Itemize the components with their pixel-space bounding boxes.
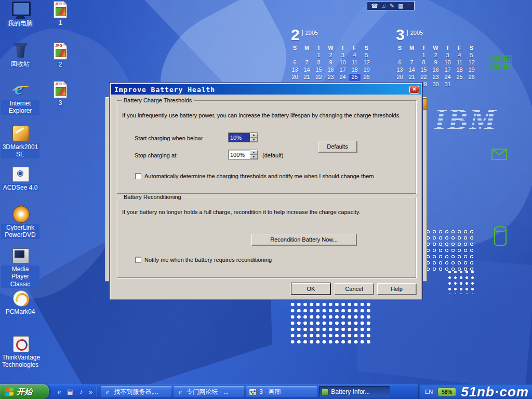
calendar-date: 10 [442, 59, 454, 66]
thinkvantage-icon [10, 335, 30, 353]
defaults-button[interactable]: Defaults [318, 141, 357, 152]
stop-charging-spinner[interactable]: 100% [228, 150, 258, 159]
desktop-icon-label: 3DMark2001 SE [1, 143, 39, 158]
jpg-file-label: 2 [58, 61, 63, 68]
jpg-badge: JPG [55, 2, 62, 6]
calendar-month-number: 3 [396, 27, 405, 43]
calendar-date: 16 [430, 66, 442, 74]
taskbar-button[interactable]: e专门网论坛 - ... [174, 386, 245, 397]
pen-icon[interactable]: ✎ [390, 2, 394, 10]
system-tray: EN 58% 51nb·com [418, 384, 532, 399]
recondition-battery-button[interactable]: Recondition Battery Now... [251, 234, 356, 245]
calendar-date: 6 [289, 59, 301, 66]
taskbar-button-label: 找不到服务器,... [114, 388, 158, 396]
desktop-icon-pcmark[interactable]: PCMark04 [1, 289, 39, 315]
calendar-date: 25 [454, 74, 466, 81]
calendar-date: 2 [325, 52, 337, 59]
3dmark-icon [10, 125, 30, 142]
calendar-date: 8 [418, 59, 430, 66]
notify-reconditioning-checkbox[interactable] [135, 257, 141, 263]
document-icon[interactable]: ▤ [66, 388, 74, 396]
calendar-date: 4 [454, 52, 466, 59]
taskbar-button[interactable]: Battery Infor... [319, 386, 390, 397]
auto-determine-checkbox[interactable] [135, 173, 141, 179]
calendar-date: 22 [313, 74, 325, 81]
phone-icon[interactable]: ☎ [371, 2, 378, 10]
help-button[interactable]: Help [377, 283, 416, 295]
language-indicator[interactable]: EN [425, 389, 433, 395]
keypad-grid-icon [490, 55, 512, 73]
calendar-year: 2005 [302, 30, 318, 36]
battery-tray-icon[interactable]: 58% [437, 388, 456, 396]
desktop-icon-thinkvantage[interactable]: ThinkVantage Technologies [1, 335, 39, 369]
calendar-date: 24 [337, 74, 349, 81]
desktop-icon-3dmark[interactable]: 3DMark2001 SE [1, 125, 39, 158]
calendar-date: 7 [406, 59, 418, 66]
close-icon[interactable] [409, 86, 419, 94]
jpg-file-3[interactable]: JPG3 [48, 81, 73, 107]
battery-charge-thresholds-group: Battery Charge Thresholds If you infrequ… [117, 100, 416, 194]
calendar-date: 13 [289, 66, 301, 74]
start-charging-spinner[interactable]: 10% [228, 132, 258, 142]
calendar-date: 14 [406, 66, 418, 74]
taskbar-button-label: 专门网论坛 - ... [187, 388, 229, 396]
start-button[interactable]: 开始 [0, 384, 49, 399]
paint-icon [249, 389, 257, 395]
taskbar-button[interactable]: e找不到服务器,... [101, 386, 172, 397]
note-icon[interactable]: ♫ [382, 2, 386, 10]
calendar-date: 4 [349, 52, 361, 59]
pcmark-icon [10, 289, 30, 307]
desktop-icon-acdsee[interactable]: ACDSee 4.0 [1, 165, 39, 191]
desktop-icon-my-computer[interactable]: 我的电脑 [1, 1, 39, 27]
dot-grid-large [289, 301, 371, 345]
jpg-file-2[interactable]: JPG2 [48, 43, 73, 68]
desktop-icon-ie[interactable]: Internet Explorer [1, 81, 39, 115]
calendar-date: 9 [430, 59, 442, 66]
calendar-day-header: S [466, 45, 477, 52]
spin-up-icon[interactable] [250, 150, 258, 155]
desktop-icon-recycle-bin[interactable]: 回收站 [1, 42, 39, 68]
dot-grid-hollow [425, 229, 475, 272]
desktop-icon-label: PCMark04 [5, 308, 36, 315]
jpg-file-1[interactable]: JPG1 [48, 1, 73, 26]
51nb-watermark: 51nb·com [461, 384, 529, 399]
spin-up-icon[interactable] [250, 133, 258, 138]
float-toolbar[interactable]: ☎♫✎▦≡ [367, 1, 415, 10]
calendar-date: 1 [418, 52, 430, 59]
calendar-date: 12 [361, 59, 373, 66]
recycle-bin-icon [10, 42, 30, 59]
ie-icon[interactable]: e [55, 388, 63, 396]
calendar-day-header: M [301, 45, 313, 52]
calendar-day-header: S [361, 45, 373, 52]
calendar-date: 1 [313, 52, 325, 59]
taskbar-button[interactable]: 3 - 画图 [246, 386, 317, 397]
spin-down-icon[interactable] [250, 155, 258, 159]
keyboard-icon[interactable]: ▦ [398, 2, 403, 10]
mpc-icon [10, 247, 30, 264]
dialog-title-bar[interactable]: Improve Battery Health [111, 84, 421, 95]
cancel-button[interactable]: Cancel [335, 283, 374, 295]
my-computer-icon [10, 1, 30, 19]
improve-battery-health-dialog: Improve Battery Health Battery Charge Th… [109, 82, 423, 300]
ok-button[interactable]: OK [291, 283, 330, 295]
start-charging-value[interactable]: 10% [229, 133, 250, 142]
desktop-icon-mpc[interactable]: Media Player Classic [1, 247, 39, 288]
ie-icon [10, 81, 30, 99]
menu-icon[interactable]: ≡ [407, 2, 410, 10]
start-button-label: 开始 [17, 387, 32, 397]
desktop-icon-powerdvd[interactable]: CyberLink PowerDVD [1, 205, 39, 239]
cylinder-icon [494, 225, 507, 249]
calendar-date: 15 [418, 66, 430, 74]
calendar-date: 8 [313, 59, 325, 66]
spin-down-icon[interactable] [250, 138, 258, 142]
desktop-icon-label: ThinkVantage Technologies [1, 354, 39, 369]
calendar-date: 12 [466, 59, 477, 66]
chevron-icon[interactable]: » [88, 388, 92, 396]
windows-flag-icon [5, 388, 14, 396]
calendar-date: 20 [289, 74, 301, 81]
calendar-date: 19 [361, 66, 373, 74]
jpg-badge: JPG [55, 82, 62, 86]
jpg-file-icon: JPG [54, 1, 67, 18]
stop-charging-value[interactable]: 100% [229, 150, 250, 159]
media-player-icon[interactable]: ♪ [77, 388, 85, 396]
